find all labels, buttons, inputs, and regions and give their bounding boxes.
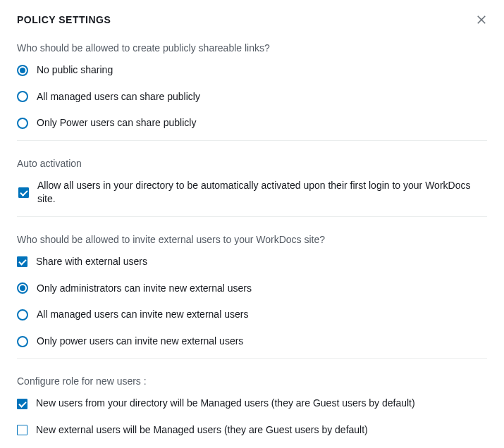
radio-label-all-managed-invite: All managed users can invite new externa… <box>37 308 248 322</box>
section-new-users-role: Configure role for new users : New users… <box>17 359 487 447</box>
radio-label-admins-invite: Only administrators can invite new exter… <box>37 282 252 296</box>
section-external-users: Who should be allowed to invite external… <box>17 217 487 359</box>
new-users-role-label: Configure role for new users : <box>17 375 487 387</box>
checkbox-label-share-external: Share with external users <box>36 255 147 269</box>
radio-label-all-managed-share: All managed users can share publicly <box>37 90 200 104</box>
checkbox-share-external[interactable] <box>17 256 27 267</box>
checkbox-label-external-managed: New external users will be Managed users… <box>36 423 368 437</box>
checkbox-label-auto-activation: Allow all users in your directory to be … <box>37 179 487 206</box>
external-users-question: Who should be allowed to invite external… <box>17 234 487 245</box>
radio-power-users-share[interactable] <box>17 118 28 129</box>
radio-label-no-public-sharing: No public sharing <box>37 63 113 77</box>
checkbox-label-directory-managed: New users from your directory will be Ma… <box>36 397 415 411</box>
radio-admins-invite[interactable] <box>17 282 28 294</box>
section-auto-activation: Auto activation Allow all users in your … <box>17 141 487 217</box>
radio-label-power-users-share: Only Power users can share publicly <box>37 116 196 130</box>
public-sharing-question: Who should be allowed to create publicly… <box>17 42 487 54</box>
checkbox-auto-activation[interactable] <box>18 187 29 198</box>
auto-activation-label: Auto activation <box>17 158 487 169</box>
section-public-sharing: Who should be allowed to create publicly… <box>17 25 487 141</box>
radio-power-users-invite[interactable] <box>17 336 28 347</box>
close-button[interactable] <box>476 14 487 25</box>
radio-all-managed-share[interactable] <box>17 91 28 102</box>
checkbox-external-managed[interactable] <box>17 425 27 435</box>
dialog-title: POLICY SETTINGS <box>17 14 111 25</box>
radio-label-power-users-invite: Only power users can invite new external… <box>37 335 243 349</box>
radio-all-managed-invite[interactable] <box>17 309 28 321</box>
radio-no-public-sharing[interactable] <box>17 65 28 76</box>
checkbox-directory-managed[interactable] <box>17 399 27 409</box>
close-icon <box>477 15 486 25</box>
